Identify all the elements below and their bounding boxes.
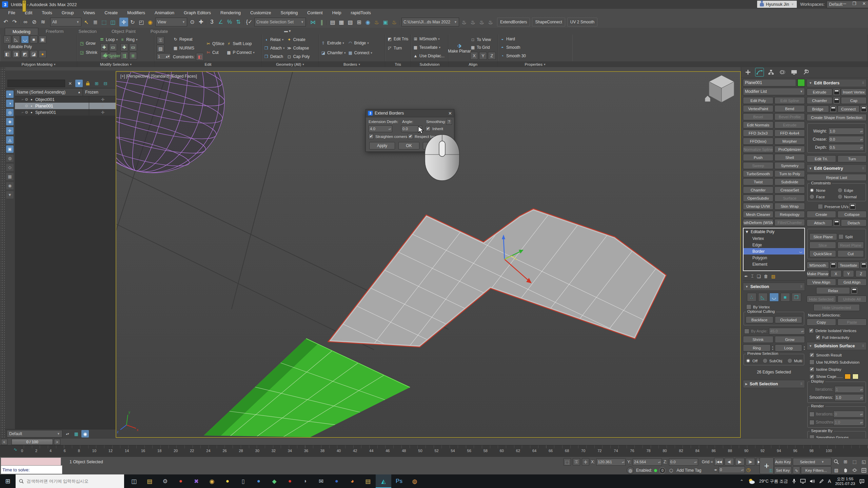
object-color-swatch[interactable] <box>797 79 805 86</box>
ime-indicator[interactable]: A <box>828 479 831 484</box>
straighten-corners-checkbox[interactable]: ✔Straighten corners <box>369 134 407 139</box>
taskbar-icon-folder-2[interactable]: ▤ <box>360 474 376 488</box>
modifier-list-dropdown[interactable]: Modifier List▼ <box>743 88 805 95</box>
iterations-spinner[interactable]: 1▴▾ <box>834 386 864 393</box>
viewcube-home-icon[interactable] <box>705 96 710 102</box>
modifier-skin-wrap[interactable]: Skin Wrap <box>774 203 805 210</box>
track-bar[interactable]: 0246810121416182022242628303234363840424… <box>0 445 868 457</box>
explorer-search-input[interactable] <box>7 80 65 87</box>
viewcube[interactable] <box>705 75 734 102</box>
modifier-pathdeform-wsm-[interactable]: PathDeform (WSM) <box>743 219 773 226</box>
panel-label[interactable]: Align <box>449 61 497 67</box>
maxscript-listener-tooltip[interactable]: Time to solve: <box>1 465 62 474</box>
clear-search-icon[interactable]: ✕ <box>66 80 74 87</box>
render-iterations-checkbox[interactable] <box>809 412 814 417</box>
planar-y-button[interactable]: Y <box>843 270 854 277</box>
x-coordinate-field[interactable]: 120.361▴▾ <box>596 459 626 466</box>
trackbar-curves-icon[interactable]: ∿ <box>14 447 17 452</box>
modifier-unwrap-uvw[interactable]: Unwrap UVW <box>743 203 773 210</box>
pm-icon-3[interactable]: ◩ <box>21 50 29 58</box>
current-frame-marker[interactable]: 0 <box>22 0 26 12</box>
scene-object-row[interactable]: ⌐⊙●Plane001✛ <box>15 103 116 109</box>
extendborders-script-button[interactable]: ExtendBorders <box>497 18 530 26</box>
detach-button[interactable]: Detach <box>841 219 867 226</box>
modifier-bevel[interactable]: Bevel <box>743 113 773 120</box>
edit-lock-icon[interactable]: ⚿ <box>157 36 164 44</box>
taskbar-icon-maps[interactable]: ◆ <box>267 474 282 488</box>
crease-spinner[interactable]: 0.0▴▾ <box>828 136 864 143</box>
reference-coordinate-dropdown[interactable]: View▼ <box>155 18 187 26</box>
enabled-count-badge[interactable]: 0 <box>659 467 666 474</box>
smoothness-spinner[interactable]: 1.0▴▾ <box>834 394 864 401</box>
selection-region-icon[interactable]: ⬚ <box>564 458 571 466</box>
render-smoothness-spinner[interactable]: 1.0▴▾ <box>833 419 864 426</box>
cut-button[interactable]: ✄Cut <box>206 49 224 56</box>
p-connect-button[interactable]: ▩P Connect▾ <box>226 49 254 56</box>
panel-label[interactable]: Modify Selection▾ <box>77 61 154 67</box>
modifier-morpher[interactable]: Morpher <box>774 138 805 145</box>
constraint-edge-radio[interactable]: Edge <box>837 188 864 193</box>
filter-funnel-icon[interactable]: ▼ <box>75 80 83 87</box>
view-align-button[interactable]: View Align <box>807 279 836 286</box>
expand-tree-icon[interactable]: ⊞ <box>93 80 100 87</box>
taskbar-icon-app-navy[interactable]: ● <box>329 474 344 488</box>
name-column-header[interactable]: Name (Sorted Ascending)▲ <box>15 88 83 96</box>
loop-button[interactable]: Loop <box>775 344 803 351</box>
tessellate-settings-icon[interactable] <box>861 262 867 268</box>
collapse-button[interactable]: Collapse <box>837 211 867 218</box>
bridge-button[interactable]: ◠Bridge▾ <box>348 40 372 46</box>
smooth-button[interactable]: ◓Smooth <box>500 44 520 50</box>
set-keys-button[interactable]: +⚿ <box>760 458 774 474</box>
edge-subobject-icon[interactable]: ◺ <box>758 293 768 302</box>
taskbar-icon-unity[interactable]: ◍ <box>407 474 422 488</box>
smooth-result-checkbox[interactable]: ✔Smooth Result <box>809 352 867 358</box>
isoline-display-checkbox[interactable]: ✔Isoline Display <box>809 367 867 372</box>
modifier-prooptimizer[interactable]: ProOptimizer <box>774 146 805 153</box>
ribbon-collapse-icon[interactable]: ▬ ▾ <box>284 29 291 33</box>
align-y-button[interactable]: Y <box>479 52 487 60</box>
select-object-icon[interactable]: ↖ <box>82 18 91 26</box>
ring-grow-icon[interactable]: ✚ <box>120 43 128 51</box>
key-filters-button[interactable]: Key Filters... <box>801 466 831 474</box>
loop-dropdown[interactable]: 〓Loop▾ <box>99 36 118 43</box>
dialog-title-bar[interactable]: 3 Extend Borders ✕ <box>366 109 454 117</box>
chamfer-settings-icon[interactable] <box>834 98 840 103</box>
grid-align-button[interactable]: Grid Align <box>837 279 867 286</box>
modifier-turn-to-poly[interactable]: Turn to Poly <box>774 170 805 177</box>
msmooth-button[interactable]: MSmooth <box>807 262 829 269</box>
ribbon-tab-populate[interactable]: Populate <box>143 28 175 35</box>
select-rotate-icon[interactable]: ↻ <box>128 18 137 26</box>
collapse-button[interactable]: ≫Collapse <box>287 45 310 51</box>
modifier-fillet-chamfer[interactable]: Fillet/Chamfer <box>774 219 805 226</box>
menu-views[interactable]: Views <box>79 9 100 16</box>
make-unique-icon[interactable]: ❏ <box>757 274 761 279</box>
use-nurms-checkbox[interactable]: Use NURMS Subdivision <box>809 360 867 365</box>
show-cage-checkbox[interactable]: ✔Show Cage...... <box>809 374 867 379</box>
filter-cameras-icon[interactable]: ◈ <box>6 118 14 125</box>
render-preset-1-icon[interactable]: ♨ <box>460 18 469 26</box>
edit-borders-rollout-header[interactable]: ▼Edit Borders⠿ <box>807 79 867 87</box>
zoom-icon[interactable] <box>832 458 841 466</box>
scene-object-row[interactable]: ⌐⊙●Sphere001✛ <box>15 109 116 116</box>
sphere001-wireframe[interactable] <box>116 72 240 188</box>
taskbar-icon-app-blue[interactable]: ● <box>251 474 267 488</box>
previous-key-button[interactable]: ◀| <box>725 458 734 466</box>
cap-poly-button[interactable]: ◻Cap Poly <box>287 53 310 60</box>
set-key-button[interactable]: Set Key <box>774 466 792 474</box>
by-vertex-checkbox[interactable]: By Vertex <box>746 304 805 309</box>
filter-shapes-icon[interactable]: ◑ <box>6 100 14 107</box>
modifier-creaseset[interactable]: CreaseSet <box>774 186 805 194</box>
ring-shift-icon[interactable]: ⇶ <box>120 52 128 60</box>
explorer-preset-dropdown[interactable]: Default▼ <box>7 430 62 438</box>
menu-animation[interactable]: Animation <box>150 9 179 16</box>
constraints-icon[interactable]: ◧ <box>196 53 204 61</box>
panel-label[interactable]: Polygon Modeling▾ <box>0 61 77 67</box>
preset-spinner-icon[interactable]: ▴▾ <box>64 430 71 438</box>
align-icon[interactable]: ∥ <box>317 18 326 26</box>
weather-icon[interactable] <box>748 478 755 484</box>
explorer-settings-icon[interactable]: ▦ <box>73 430 80 438</box>
paste-button[interactable]: Paste <box>837 319 867 326</box>
minimize-button[interactable]: ─ <box>843 1 846 6</box>
modifier-turbosmooth[interactable]: TurboSmooth <box>743 170 773 177</box>
tessellate-button[interactable]: Tessellate <box>837 262 860 269</box>
